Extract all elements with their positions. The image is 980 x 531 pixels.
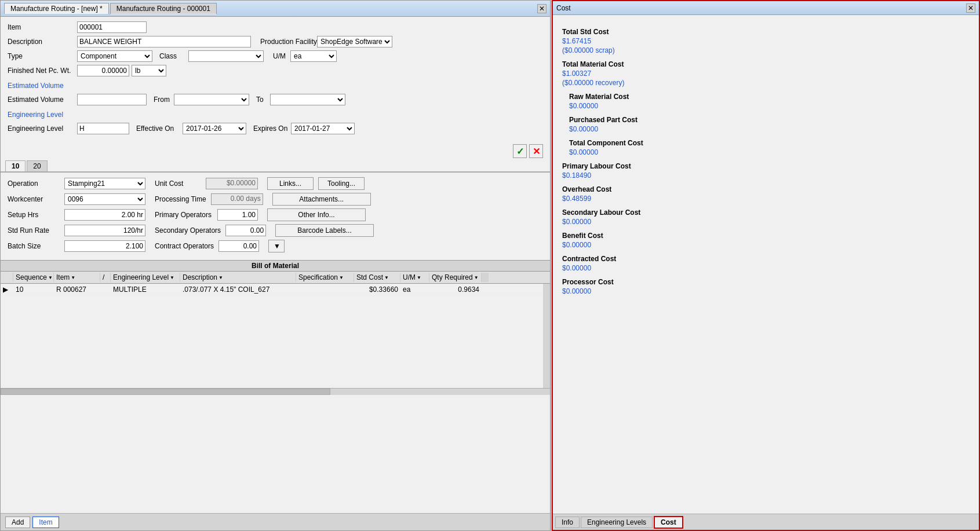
cost-close-button[interactable]: ✕ [966, 3, 975, 13]
contract-operators-label: Contract Operators [155, 242, 214, 250]
operation-select[interactable]: Stamping21 [64, 178, 145, 189]
other-info-button[interactable]: Other Info... [267, 208, 366, 221]
batch-size-row: Batch Size Contract Operators ▼ [8, 240, 543, 252]
operation-label: Operation [8, 180, 60, 188]
std-run-rate-input[interactable] [64, 225, 145, 236]
bom-horizontal-scrollbar[interactable] [1, 388, 550, 395]
item-row: Item [8, 21, 543, 33]
row-um: ea [400, 285, 429, 294]
type-select[interactable]: Component [77, 50, 152, 62]
cost-raw-material: Raw Material Cost $0.00000 [569, 93, 970, 110]
total-component-cost-label: Total Component Cost [569, 139, 970, 147]
secondary-labour-cost-value: $0.00000 [562, 218, 970, 226]
bom-header: Sequence▼ Item▼ / Engineering Level▼ Des… [1, 272, 550, 284]
to-label: To [256, 96, 268, 104]
title-bar: Manufacture Routing - [new] * Manufactur… [1, 1, 550, 17]
contract-operators-input[interactable] [218, 240, 259, 252]
processing-time-display: 0.00 days [211, 193, 263, 205]
bom-col-um[interactable]: U/M▼ [400, 273, 429, 282]
engineering-level-input[interactable] [77, 123, 129, 134]
setup-hrs-input[interactable] [64, 209, 145, 221]
from-select[interactable] [174, 94, 249, 105]
main-window: Manufacture Routing - [new] * Manufactur… [0, 0, 551, 531]
cost-tab-info[interactable]: Info [555, 517, 580, 528]
estimated-volume-row: Estimated Volume From To [8, 94, 543, 105]
barcode-labels-button[interactable]: Barcode Labels... [275, 224, 374, 237]
engineering-level-row: Engineering Level Effective On 2017-01-2… [8, 123, 543, 134]
cost-tab-engineering-levels[interactable]: Engineering Levels [581, 517, 653, 528]
to-select[interactable] [270, 94, 345, 105]
estimated-volume-input[interactable] [77, 94, 147, 105]
cost-total-material: Total Material Cost $1.00327 ($0.00000 r… [562, 60, 970, 87]
total-material-cost-label: Total Material Cost [562, 60, 970, 68]
bom-col-sequence[interactable]: Sequence▼ [13, 273, 54, 282]
row-sequence: 10 [13, 285, 54, 294]
expires-on-label: Expires On [253, 124, 291, 133]
raw-material-cost-label: Raw Material Cost [569, 93, 970, 101]
add-button[interactable]: Add [5, 517, 30, 528]
extra-button[interactable]: ▼ [268, 240, 285, 252]
bom-section: Bill of Material Sequence▼ Item▼ / Engin… [1, 260, 550, 395]
um-select[interactable]: ea [290, 50, 337, 62]
estimated-volume-label: Estimated Volume [8, 96, 77, 104]
bom-vertical-scrollbar[interactable] [543, 284, 550, 388]
production-facility-label: Production Facility [260, 38, 317, 46]
bom-col-description[interactable]: Description▼ [180, 273, 296, 282]
cancel-button[interactable]: ✕ [529, 144, 543, 158]
bom-header-scroll [482, 273, 489, 282]
confirm-button[interactable]: ✓ [513, 144, 527, 158]
scrollbar-thumb[interactable] [1, 389, 330, 395]
finished-net-unit-select[interactable]: lb [132, 65, 166, 76]
bom-col-qty[interactable]: Qty Required▼ [429, 273, 482, 282]
row-eng-level: MULTIPLE [111, 285, 180, 294]
cost-secondary-labour: Secondary Labour Cost $0.00000 [562, 208, 970, 226]
tab-routing-000001[interactable]: Manufacture Routing - 000001 [110, 3, 217, 14]
std-run-rate-row: Std Run Rate Secondary Operators Barcode… [8, 224, 543, 237]
bom-col-eng-level[interactable]: Engineering Level▼ [111, 273, 180, 282]
tab-20[interactable]: 20 [27, 160, 47, 171]
tab-new-routing[interactable]: Manufacture Routing - [new] * [4, 3, 109, 14]
primary-labour-cost-label: Primary Labour Cost [562, 162, 970, 170]
bom-body[interactable]: ▶ 10 R 000627 MULTIPLE .073/.077 X 4.15"… [1, 284, 550, 388]
processing-time-label: Processing Time [155, 195, 206, 203]
effective-on-select[interactable]: 2017-01-26 [183, 123, 246, 134]
links-button[interactable]: Links... [267, 177, 314, 190]
item-input[interactable] [77, 21, 147, 33]
bom-col-std-cost[interactable]: Std Cost▼ [354, 273, 400, 282]
table-row[interactable]: ▶ 10 R 000627 MULTIPLE .073/.077 X 4.15"… [1, 284, 550, 296]
production-facility-select[interactable]: ShopEdge Software [317, 36, 392, 47]
setup-hrs-label: Setup Hrs [8, 211, 60, 219]
total-material-cost-value: $1.00327 [562, 69, 970, 78]
expires-on-select[interactable]: 2017-01-27 [291, 123, 355, 134]
total-component-cost-value: $0.00000 [569, 148, 970, 156]
secondary-labour-cost-label: Secondary Labour Cost [562, 208, 970, 217]
workcenter-select[interactable]: 0096 [64, 193, 145, 205]
finished-net-row: Finished Net Pc. Wt. lb [8, 65, 543, 76]
finished-net-input[interactable] [77, 65, 129, 76]
primary-operators-input[interactable] [217, 209, 258, 221]
attachments-button[interactable]: Attachments... [272, 193, 371, 206]
class-select[interactable] [188, 50, 264, 62]
bottom-bar: Add Item [1, 513, 550, 530]
secondary-operators-input[interactable] [225, 225, 266, 236]
finished-net-label: Finished Net Pc. Wt. [8, 67, 77, 75]
contracted-cost-label: Contracted Cost [562, 255, 970, 263]
tab-10[interactable]: 10 [5, 160, 25, 171]
purchased-part-cost-value: $0.00000 [569, 125, 970, 133]
item-button[interactable]: Item [32, 517, 59, 528]
description-input[interactable] [77, 36, 251, 47]
bom-col-item[interactable]: Item▼ [54, 273, 100, 282]
row-expand[interactable]: ▶ [3, 285, 13, 294]
total-material-cost-sub: ($0.00000 recovery) [562, 79, 970, 87]
total-std-cost-label: Total Std Cost [562, 28, 970, 36]
tooling-button[interactable]: Tooling... [318, 177, 365, 190]
purchased-part-cost-label: Purchased Part Cost [569, 116, 970, 124]
batch-size-input[interactable] [64, 240, 145, 252]
batch-size-label: Batch Size [8, 242, 60, 250]
row-qty: 0.9634 [429, 285, 482, 294]
cost-tab-cost[interactable]: Cost [654, 516, 683, 529]
effective-on-label: Effective On [136, 124, 183, 133]
bom-col-specification[interactable]: Specification▼ [296, 273, 354, 282]
raw-material-cost-value: $0.00000 [569, 102, 970, 110]
main-close-button[interactable]: ✕ [537, 4, 547, 13]
